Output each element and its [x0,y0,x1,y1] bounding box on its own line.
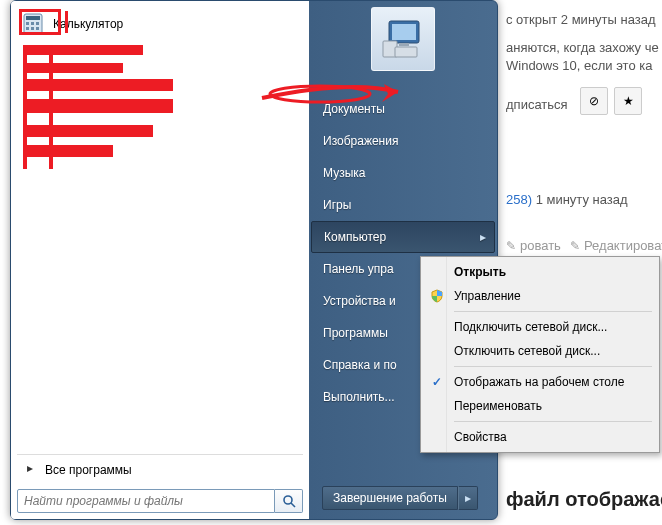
ctx-separator [454,421,652,422]
ctx-open[interactable]: Открыть [424,260,656,284]
shutdown-arrow[interactable]: ▸ [458,486,478,510]
redaction-mark [49,49,53,169]
user-picture[interactable] [371,7,435,71]
ctx-separator [454,366,652,367]
search-row [17,489,303,513]
redaction-mark [23,145,113,157]
ctx-unmap-drive[interactable]: Отключить сетевой диск... [424,339,656,363]
bg-button-star[interactable]: ★ [614,87,642,115]
ctx-rename[interactable]: Переименовать [424,394,656,418]
bg-text-line2: Windows 10, если это ка [506,58,652,73]
ctx-show-desktop[interactable]: ✓ Отображать на рабочем столе [424,370,656,394]
redaction-mark [23,63,123,73]
right-item-pictures[interactable]: Изображения [309,125,497,157]
program-list: Калькулятор [17,7,303,454]
star-icon: ★ [623,94,634,108]
search-icon [282,494,296,508]
search-input[interactable] [17,489,275,513]
ctx-map-drive[interactable]: Подключить сетевой диск... [424,315,656,339]
svg-rect-11 [392,24,416,40]
redaction-mark [23,45,143,55]
svg-rect-14 [395,47,417,57]
start-left-pane: Калькулятор Все программы [11,1,309,519]
right-item-computer[interactable]: Компьютер [311,221,495,253]
ctx-properties[interactable]: Свойства [424,425,656,449]
bg-button-block[interactable]: ⊘ [580,87,608,115]
svg-rect-12 [399,43,409,46]
redaction-mark [23,99,173,113]
context-menu: Открыть Управление Подключить сетевой ди… [420,256,660,453]
right-item-documents[interactable]: Документы [309,93,497,125]
check-icon: ✓ [429,374,445,390]
bg-text-time: с открыт 2 минуты назад [506,12,656,27]
right-item-music[interactable]: Музыка [309,157,497,189]
search-button[interactable] [275,489,303,513]
ctx-manage[interactable]: Управление [424,284,656,308]
svg-line-9 [291,503,295,507]
redaction-mark [23,79,173,91]
bg-text-line1: аняются, когда захожу че [506,40,659,55]
bg-answer: 258) 1 минуту назад [506,192,628,207]
redaction-mark [23,125,153,137]
all-programs[interactable]: Все программы [17,454,303,485]
program-item-label: Калькулятор [53,17,123,31]
shutdown-group: Завершение работы ▸ [322,486,478,510]
redaction-mark [23,49,27,169]
bg-heading: файл отображается к [506,488,662,511]
svg-point-8 [284,496,292,504]
redaction-mark [19,9,61,35]
shutdown-button[interactable]: Завершение работы [322,486,458,510]
bg-answer-count[interactable]: 258) [506,192,532,207]
ctx-separator [454,311,652,312]
shield-icon [429,288,445,304]
bg-text-subscribe[interactable]: дписаться [506,97,568,112]
all-programs-label: Все программы [45,463,132,477]
bg-action-1[interactable]: ровать [506,238,561,253]
bg-action-edit[interactable]: Редактировать [570,238,662,253]
monitor-icon [379,15,427,63]
redaction-mark [65,11,68,33]
block-icon: ⊘ [589,94,599,108]
right-item-games[interactable]: Игры [309,189,497,221]
